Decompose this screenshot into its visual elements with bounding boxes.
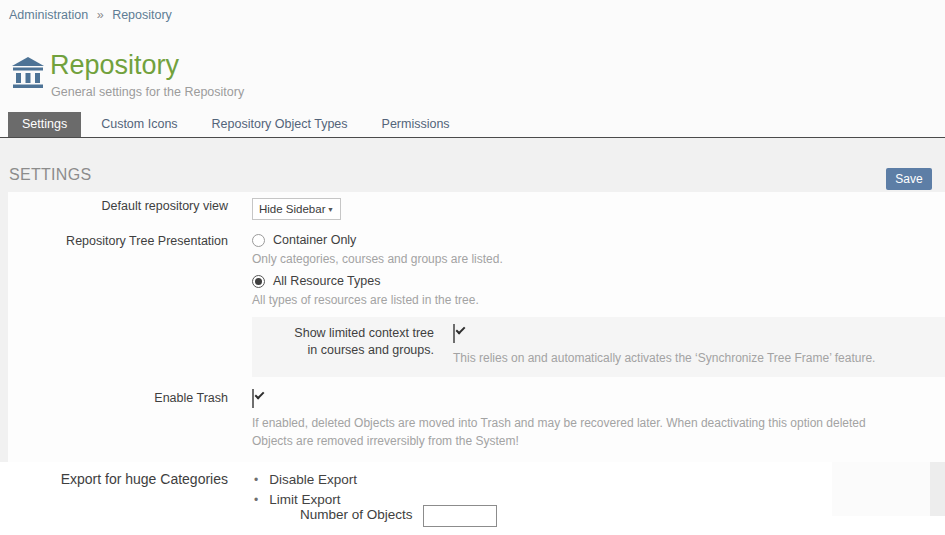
- enable-trash-row: Enable Trash If enabled, deleted Objects…: [8, 390, 945, 450]
- tree-presentation-row: Repository Tree Presentation Container O…: [8, 233, 945, 307]
- container-only-byline: Only categories, courses and groups are …: [252, 252, 945, 266]
- tab-permissions[interactable]: Permissions: [368, 112, 464, 137]
- section-title: SETTINGS: [9, 166, 91, 184]
- tab-custom-icons[interactable]: Custom Icons: [87, 112, 191, 137]
- all-resource-types-option[interactable]: All Resource Types: [252, 274, 945, 288]
- bank-icon: [10, 54, 46, 90]
- container-only-label: Container Only: [273, 233, 356, 247]
- breadcrumb-repository[interactable]: Repository: [112, 8, 172, 22]
- all-resource-types-radio[interactable]: [252, 275, 265, 288]
- default-view-label: Default repository view: [8, 198, 228, 220]
- page-title: Repository: [50, 50, 179, 81]
- limited-context-tree-checkbox[interactable]: [453, 324, 455, 343]
- export-section-edge: [930, 462, 945, 516]
- number-of-objects-label: Number of Objects: [300, 507, 413, 522]
- export-option-disable: Disable Export: [254, 470, 357, 490]
- save-button[interactable]: Save: [886, 168, 932, 190]
- tab-settings[interactable]: Settings: [8, 112, 81, 137]
- default-view-row: Default repository view Hide Sidebar ▼: [8, 198, 945, 220]
- export-options-list: Disable Export Limit Export: [254, 470, 357, 510]
- enable-trash-checkbox[interactable]: [252, 389, 254, 408]
- breadcrumb: Administration » Repository: [9, 8, 172, 22]
- default-view-selected-value: Hide Sidebar: [259, 203, 325, 215]
- tree-presentation-label: Repository Tree Presentation: [8, 233, 228, 307]
- export-label: Export for huge Categories: [0, 471, 228, 487]
- breadcrumb-separator: »: [97, 8, 104, 22]
- all-resource-types-byline: All types of resources are listed in the…: [252, 293, 945, 307]
- number-of-objects-input[interactable]: [423, 505, 497, 527]
- breadcrumb-administration[interactable]: Administration: [9, 8, 88, 22]
- enable-trash-desc: If enabled, deleted Objects are moved in…: [252, 415, 894, 450]
- container-only-option[interactable]: Container Only: [252, 233, 945, 247]
- section-bar: [0, 138, 945, 192]
- limited-context-tree-desc: This relies on and automatically activat…: [453, 350, 875, 367]
- left-margin-strip: [0, 192, 8, 462]
- chevron-down-icon: ▼: [327, 206, 334, 213]
- settings-form: Default repository view Hide Sidebar ▼ R…: [8, 192, 945, 462]
- enable-trash-label: Enable Trash: [8, 390, 228, 450]
- repository-settings-page: Administration » Repository Repository G…: [0, 0, 945, 535]
- container-only-radio[interactable]: [252, 234, 265, 247]
- tab-repository-object-types[interactable]: Repository Object Types: [198, 112, 362, 137]
- limited-context-tree-row: Show limited context tree in courses and…: [252, 317, 945, 377]
- page-subtitle: General settings for the Repository: [51, 85, 244, 99]
- limited-context-tree-label: Show limited context tree in courses and…: [252, 325, 434, 367]
- all-resource-types-label: All Resource Types: [273, 274, 380, 288]
- tab-bar: Settings Custom Icons Repository Object …: [0, 112, 945, 139]
- default-view-select[interactable]: Hide Sidebar ▼: [252, 198, 341, 220]
